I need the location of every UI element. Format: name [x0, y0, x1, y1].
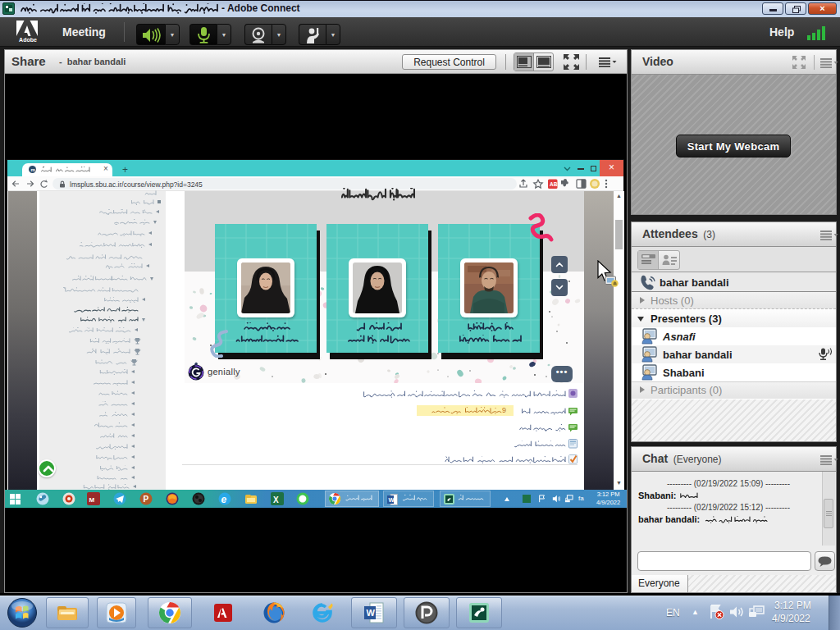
svg-text:e: e — [221, 494, 227, 505]
svg-text:AB: AB — [550, 181, 558, 187]
svg-text:M: M — [89, 496, 95, 504]
svg-text:P: P — [144, 495, 149, 504]
svg-text:W: W — [367, 608, 376, 618]
svg-text:W: W — [389, 496, 395, 504]
svg-text:X: X — [273, 495, 279, 504]
